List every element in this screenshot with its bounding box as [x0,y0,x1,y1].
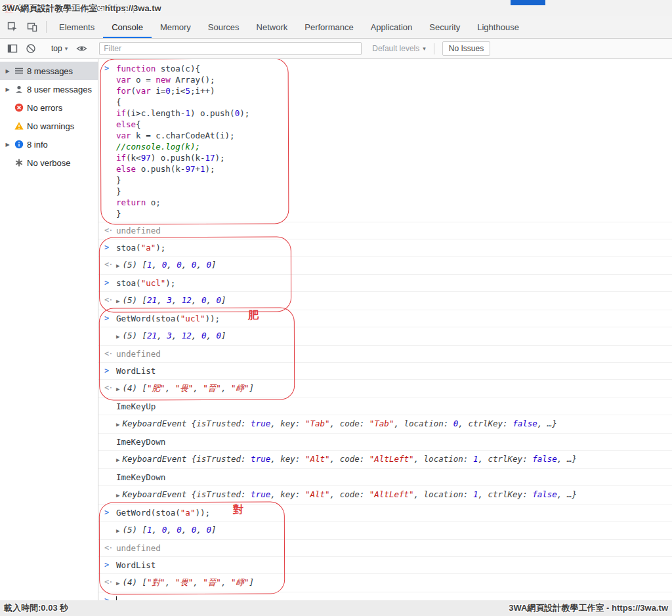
input-chevron-icon: > [104,560,116,571]
live-expression-button[interactable] [74,41,89,56]
tab-elements[interactable]: Elements [51,16,103,38]
device-toolbar-button[interactable] [22,16,42,38]
result-marker-icon: <· [104,543,116,554]
sidebar-item-warnings[interactable]: No warnings [0,117,98,135]
chevron-down-icon: ▾ [423,45,426,52]
prompt-chevron-icon: > [104,595,116,600]
tab-network[interactable]: Network [248,16,297,38]
console-prompt[interactable]: > [98,592,672,600]
expand-triangle-icon[interactable]: ▶ [116,527,119,534]
clear-console-button[interactable] [24,41,38,56]
input-chevron-icon: > [104,313,116,324]
expand-triangle-icon[interactable]: ▶ [116,298,119,304]
log-spacer [104,330,116,342]
sidebar-item-label: No errors [27,103,98,113]
watermark-bottom: 3WA網頁設計教學工作室 - https://3wa.tw [509,602,668,614]
log-spacer [104,524,116,537]
console-log-entry: ImeKeyDown [98,433,672,450]
separator [46,21,47,33]
input-chevron-icon: > [104,365,116,377]
eye-icon [76,44,87,53]
console-messages: >function stoa(c){ var o = new Array(); … [98,59,672,592]
tab-memory[interactable]: Memory [152,16,200,38]
log-spacer [104,472,116,483]
console-sidebar-toggle-button[interactable] [5,41,20,56]
input-chevron-icon: > [104,277,116,289]
console-input-entry: >WordList [98,556,672,573]
tab-console[interactable]: Console [103,16,152,38]
console-log-entry: ▶(5) [21, 3, 12, 0, 0] [98,327,672,345]
expand-triangle-icon[interactable]: ▶ [116,421,119,428]
disclosure-triangle-icon[interactable]: ▶ [4,87,11,92]
input-chevron-icon: > [104,63,116,219]
result-marker-icon: <· [104,382,116,395]
default-levels-selector[interactable]: Default levels ▾ [372,44,426,53]
warning-icon [14,121,24,131]
background-browser-strip [511,0,545,5]
console-input-entry: >stoa("ucl"); [98,274,672,291]
tab-application[interactable]: Application [362,16,421,38]
list-icon [14,66,24,76]
inspect-cursor-icon [7,22,18,32]
expand-triangle-icon[interactable]: ▶ [116,262,119,269]
sidebar-item-verbose[interactable]: No verbose [0,154,98,172]
status-bar: 載入時間:0.03 秒 3WA網頁設計教學工作室 - https://3wa.t… [0,600,672,616]
console-log-entry: ImeKeyUp [98,398,672,415]
context-label: top [51,44,62,53]
expand-triangle-icon[interactable]: ▶ [116,580,119,586]
console-log-entry: ▶(5) [1, 0, 0, 0, 0] [98,521,672,539]
console-log-entry: ▶KeyboardEvent {isTrusted: true, key: "A… [98,485,672,504]
devtools-favicon-icon [5,4,13,12]
console-log-entry: ▶KeyboardEvent {isTrusted: true, key: "T… [98,415,672,433]
sidebar-item-label: 8 user messages [27,85,98,94]
inspect-element-button[interactable] [3,16,22,38]
sidebar-item-label: 8 messages [27,66,98,76]
result-marker-icon: <· [104,295,116,307]
log-spacer [104,418,116,430]
sidebar-item-all-messages[interactable]: ▶ 8 messages [0,62,98,80]
expand-triangle-icon[interactable]: ▶ [116,386,119,392]
device-toolbar-icon [27,22,37,32]
console-result-entry: <·undefined [98,222,672,239]
error-icon [14,102,24,113]
disclosure-triangle-icon[interactable]: ▶ [4,142,11,148]
console-log-entry: ▶KeyboardEvent {isTrusted: true, key: "A… [98,450,672,468]
tab-lighthouse[interactable]: Lighthouse [469,16,528,38]
disclosure-triangle-icon[interactable]: ▶ [4,68,11,74]
console-result-entry: <·undefined [98,345,672,362]
sidebar-item-label: 8 info [27,140,98,150]
console-pane: >function stoa(c){ var o = new Array(); … [98,59,672,600]
expand-triangle-icon[interactable]: ▶ [116,333,119,340]
expand-triangle-icon[interactable]: ▶ [116,457,119,463]
levels-label: Default levels [372,44,419,53]
console-input-entry: >GetWord(stoa("a")); [98,504,672,521]
tab-security[interactable]: Security [421,16,469,38]
console-sidebar: ▶ 8 messages ▶ 8 [0,59,98,600]
clear-console-icon [26,43,36,54]
separator [434,43,434,54]
sidebar-item-user-messages[interactable]: ▶ 8 user messages [0,80,98,98]
sidebar-panel-icon [7,43,18,54]
tab-performance[interactable]: Performance [296,16,362,38]
expand-triangle-icon[interactable]: ▶ [116,492,119,499]
no-issues-button[interactable]: No Issues [442,41,490,56]
console-result-entry: <·▶(4) ["肥", "畏", "晉", "崢"] [98,379,672,398]
console-input-entry: >function stoa(c){ var o = new Array(); … [98,60,672,222]
sidebar-item-errors[interactable]: No errors [0,98,98,117]
input-chevron-icon: > [104,507,116,518]
load-time-status: 載入時間:0.03 秒 [4,602,68,614]
console-input-entry: >WordList [98,362,672,379]
log-spacer [104,436,116,447]
sidebar-item-info[interactable]: ▶ 8 info [0,135,98,154]
log-spacer [104,489,116,501]
console-result-entry: <·▶(4) ["對", "畏", "晉", "崢"] [98,573,672,592]
console-input-entry: >stoa("a"); [98,239,672,256]
devtools-window: DevTools - boshiamy.com/hliu.php 3WA網頁設計… [0,0,672,616]
console-toolbar: top ▾ Default levels ▾ No Issues [0,39,672,59]
filter-input[interactable] [99,42,362,55]
sidebar-item-label: No warnings [27,121,98,131]
sidebar-item-label: No verbose [27,158,98,168]
console-result-entry: <·▶(5) [21, 3, 12, 0, 0] [98,291,672,310]
execution-context-selector[interactable]: top ▾ [47,43,72,54]
tab-sources[interactable]: Sources [200,16,248,38]
